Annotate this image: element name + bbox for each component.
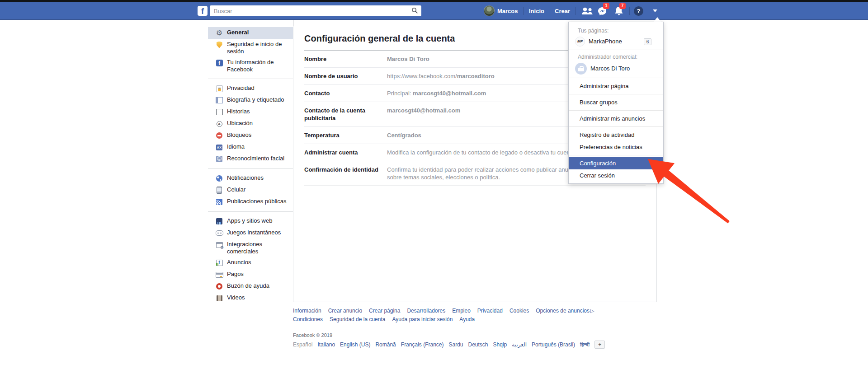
language-link-[interactable]: العربية	[512, 341, 527, 348]
search-icon[interactable]	[411, 7, 418, 14]
user-avatar[interactable]	[484, 5, 495, 16]
timeline-icon	[215, 96, 223, 104]
search-input[interactable]	[210, 5, 408, 16]
footer-link-seguridad-de-la-cuenta[interactable]: Seguridad de la cuenta	[330, 316, 385, 322]
language-link-sardu[interactable]: Sardu	[448, 341, 463, 348]
menu-item-administrar-pagina[interactable]: Administrar página	[569, 80, 663, 92]
shield-icon	[215, 41, 223, 49]
sidebar-item-notificaciones[interactable]: Notificaciones	[208, 173, 293, 184]
menu-item-cerrar-sesion[interactable]: Cerrar sesión	[569, 169, 663, 182]
navbar-separator	[549, 7, 549, 15]
markaphone-logo: MP	[575, 37, 585, 47]
language-link-deutsch[interactable]: Deutsch	[468, 341, 488, 348]
menu-item-registro-de-actividad[interactable]: Registro de actividad	[569, 129, 663, 141]
language-link-shqip[interactable]: Shqip	[493, 341, 507, 348]
language-link-[interactable]: हिन्दी	[580, 341, 590, 348]
sidebar-item-apps-y-sitios-web[interactable]: Apps y sitios web	[208, 215, 293, 227]
help-icon[interactable]: ?	[634, 6, 643, 16]
globe-icon	[215, 174, 223, 182]
profile-link[interactable]: Marcos	[497, 8, 518, 14]
sidebar-item-seguridad-e-inicio-de-sesion[interactable]: Seguridad e inicio de sesión	[208, 39, 293, 57]
footer-link-desarrolladores[interactable]: Desarrolladores	[407, 308, 445, 314]
footer-link-opciones-de-anuncios[interactable]: Opciones de anuncios▷	[536, 308, 594, 314]
add-language-button[interactable]: +	[594, 341, 605, 349]
account-menu-chevron-down-icon[interactable]	[653, 9, 657, 12]
sidebar-item-tu-informacion-de-facebook[interactable]: Tu información de Facebook	[208, 57, 293, 75]
sidebar-item-label: Reconocimiento facial	[227, 155, 284, 162]
sidebar-item-celular[interactable]: Celular	[208, 184, 293, 196]
footer-link-privacidad[interactable]: Privacidad	[477, 308, 503, 314]
sidebar-item-label: Buzón de ayuda	[227, 282, 269, 290]
facebook-logo[interactable]: f	[198, 6, 208, 16]
language-current: Español	[293, 341, 312, 348]
sidebar-item-historias[interactable]: Historias	[208, 106, 293, 118]
footer-link-crear-pagina[interactable]: Crear página	[369, 308, 400, 314]
settings-sidebar: GeneralSeguridad e inicio de sesiónTu in…	[208, 20, 294, 291]
your-pages-header: Tus páginas:	[569, 26, 663, 35]
row-label: Nombre	[304, 55, 387, 63]
language-link-italiano[interactable]: Italiano	[317, 341, 335, 348]
gamepad-icon	[215, 229, 223, 237]
language-link-portugues-brasil[interactable]: Português (Brasil)	[532, 341, 575, 348]
menu-item-markaphone[interactable]: MP MarkaPhone 6	[569, 35, 663, 48]
menu-item-buscar-grupos[interactable]: Buscar grupos	[569, 96, 663, 108]
row-label: Confirmación de identidad	[304, 166, 387, 181]
sidebar-item-general[interactable]: General	[208, 27, 293, 39]
footer-link-cookies[interactable]: Cookies	[509, 308, 529, 314]
footer-link-informacion[interactable]: Información	[293, 308, 321, 314]
create-link[interactable]: Crear	[555, 8, 570, 14]
language-link-english-us[interactable]: English (US)	[340, 341, 370, 348]
facebook-navbar: f Marcos Inicio Crear 1 7 ?	[0, 2, 868, 20]
sidebar-item-juegos-instantaneos[interactable]: Juegos instantáneos	[208, 227, 293, 239]
footer-link-ayuda-para-iniciar-sesion[interactable]: Ayuda para iniciar sesión	[392, 316, 453, 322]
search-bar[interactable]	[210, 5, 421, 16]
footer-link-condiciones[interactable]: Condiciones	[293, 316, 323, 322]
language-icon	[215, 143, 223, 151]
sidebar-item-label: Biografía y etiquetado	[227, 96, 284, 103]
sidebar-item-videos[interactable]: Videos	[208, 292, 293, 304]
sidebar-item-label: Pagos	[227, 271, 244, 278]
home-link[interactable]: Inicio	[529, 8, 544, 14]
sidebar-item-biografia-y-etiquetado[interactable]: Biografía y etiquetado	[208, 94, 293, 106]
block-icon	[215, 131, 223, 140]
page-name: MarkaPhone	[589, 38, 622, 45]
sidebar-item-buzon-de-ayuda[interactable]: Buzón de ayuda	[208, 280, 293, 292]
friend-requests-icon[interactable]	[581, 7, 594, 15]
lock-icon	[215, 84, 223, 93]
menu-item-configuracion[interactable]: Configuración	[569, 157, 663, 169]
gears-icon	[215, 29, 223, 37]
menu-item-preferencias-de-noticias[interactable]: Preferencias de noticias	[569, 141, 663, 153]
footer-link-ayuda[interactable]: Ayuda	[459, 316, 475, 322]
briefcase-gear-icon	[215, 241, 223, 249]
sidebar-item-ubicacion[interactable]: Ubicación	[208, 118, 293, 130]
sidebar-item-integraciones-comerciales[interactable]: Integraciones comerciales	[208, 239, 293, 257]
sidebar-item-anuncios[interactable]: Anuncios	[208, 257, 293, 269]
sidebar-item-label: Publicaciones públicas	[227, 198, 287, 205]
face-icon	[215, 155, 223, 163]
row-value: Modifica la configuración de tu contacto…	[387, 149, 576, 156]
menu-item-business-account[interactable]: Marcos Di Toro	[569, 61, 663, 76]
footer-link-empleo[interactable]: Empleo	[452, 308, 471, 314]
sidebar-item-label: Seguridad e inicio de sesión	[227, 41, 291, 55]
menu-item-administrar-mis-anuncios[interactable]: Administrar mis anuncios	[569, 112, 663, 125]
account-dropdown-menu: Tus páginas: MP MarkaPhone 6 Administrad…	[568, 22, 664, 184]
footer-links-row: InformaciónCrear anuncioCrear páginaDesa…	[293, 308, 661, 314]
sidebar-item-publicaciones-publicas[interactable]: Publicaciones públicas	[208, 196, 293, 208]
apps-icon	[215, 217, 223, 225]
sidebar-item-label: Historias	[227, 108, 250, 115]
sidebar-item-bloqueos[interactable]: Bloqueos	[208, 130, 293, 141]
row-value: https://www.facebook.com/marcosditoro	[387, 72, 495, 80]
language-link-romana[interactable]: Română	[375, 341, 396, 348]
sidebar-item-idioma[interactable]: Idioma	[208, 141, 293, 153]
sidebar-item-pagos[interactable]: Pagos	[208, 269, 293, 280]
language-link-francais-france[interactable]: Français (France)	[401, 341, 444, 348]
sidebar-item-reconocimiento-facial[interactable]: Reconocimiento facial	[208, 153, 293, 165]
menu-divider	[569, 50, 663, 50]
location-icon	[215, 120, 223, 128]
row-label: Temperatura	[304, 131, 387, 139]
footer-link-crear-anuncio[interactable]: Crear anuncio	[328, 308, 362, 314]
sidebar-item-label: General	[227, 29, 249, 36]
navbar-separator	[575, 7, 576, 15]
sidebar-item-label: Videos	[227, 294, 245, 301]
sidebar-item-privacidad[interactable]: Privacidad	[208, 83, 293, 94]
